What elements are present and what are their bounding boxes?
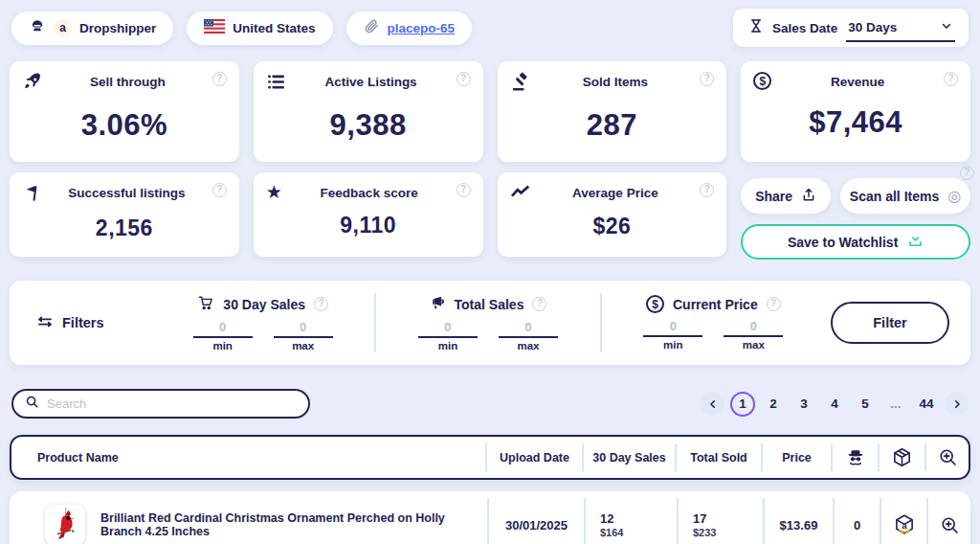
country-label: United States [233, 21, 315, 35]
table-header: Product Name Upload Date 30 Day Sales To… [10, 435, 970, 480]
product-title[interactable]: Brilliant Red Cardinal Christmas Ornamen… [100, 511, 487, 538]
filters-icon [36, 314, 54, 332]
zoom-plus-icon [924, 443, 969, 471]
search-row: 1 2 3 4 5 ... 44 [0, 389, 980, 419]
min-input[interactable] [193, 320, 253, 338]
help-icon[interactable]: ? [700, 183, 714, 197]
sold-amount: $233 [693, 527, 716, 538]
stat-title: Feedback score [282, 183, 457, 200]
max-input[interactable] [724, 319, 783, 337]
spy-icon [831, 443, 878, 471]
stat-card-feedback-score: ★ Feedback score ? 9,110 [254, 172, 483, 257]
stat-title: Average Price [531, 183, 701, 200]
column-header-price: Price [761, 443, 831, 471]
stat-card-average-price: Average Price ? $26 [498, 172, 727, 257]
stat-value: 9,388 [266, 96, 471, 154]
help-icon[interactable]: ? [457, 72, 471, 86]
share-button[interactable]: Share [741, 178, 831, 214]
cell-competitors: 0 [833, 498, 880, 544]
max-input[interactable] [274, 320, 333, 338]
help-icon[interactable]: ? [314, 297, 328, 311]
divider [600, 293, 602, 352]
dropshipper-icon [29, 18, 46, 38]
profile-selector[interactable]: a Dropshipper [11, 11, 173, 45]
seller-link-pill[interactable]: placepo-65 [346, 11, 473, 45]
stat-title: Active Listings [286, 72, 457, 89]
help-icon[interactable]: ? [212, 72, 227, 86]
min-label: min [663, 339, 682, 351]
zoom-product-button[interactable] [926, 498, 970, 544]
search-box [11, 389, 310, 419]
page-button-4[interactable]: 4 [822, 392, 847, 417]
megaphone-icon [430, 295, 446, 314]
filter-button[interactable]: Filter [831, 302, 949, 344]
sales-date-box: Sales Date 30 Days [733, 9, 969, 47]
sold-count: 17 [693, 511, 706, 526]
gavel-icon [510, 72, 531, 97]
country-selector[interactable]: United States [187, 11, 332, 45]
paperclip-icon [364, 18, 380, 37]
amazon-icon: a [54, 19, 72, 37]
min-input[interactable] [643, 319, 702, 337]
help-icon[interactable]: ? [944, 72, 958, 86]
page-button-3[interactable]: 3 [791, 392, 816, 417]
max-label: max [743, 339, 765, 351]
stat-card-successful-listings: Successful listings ? 2,156 [10, 172, 239, 257]
max-input[interactable] [499, 320, 558, 338]
page-button-44[interactable]: 44 [914, 392, 939, 417]
help-icon[interactable]: ? [960, 166, 974, 180]
filters-bar: Filters 30 Day Sales ? min max [10, 281, 970, 365]
page-button-5[interactable]: 5 [853, 392, 878, 417]
list-icon [266, 72, 286, 96]
help-icon[interactable]: ? [767, 297, 781, 311]
max-label: max [292, 340, 314, 351]
sales-date-select[interactable]: 30 Days [846, 13, 955, 42]
prev-page-button[interactable] [701, 392, 724, 416]
stats-row-2: Successful listings ? 2,156 ★ Feedback s… [0, 172, 980, 260]
cell-upload-date: 30/01/2025 [487, 498, 584, 544]
min-label: min [438, 340, 457, 351]
filter-group-current-price: $ Current Price ? min max [613, 295, 813, 351]
pagination: 1 2 3 4 5 ... 44 [701, 392, 969, 417]
help-icon[interactable]: ? [212, 183, 227, 197]
chevron-down-icon [940, 19, 953, 35]
seller-link[interactable]: placepo-65 [388, 21, 456, 35]
sales-date-value: 30 Days [848, 20, 897, 34]
divider [374, 293, 376, 352]
page-button-1[interactable]: 1 [730, 392, 755, 417]
help-icon[interactable]: ? [532, 297, 546, 311]
max-label: max [517, 340, 539, 351]
filters-label: Filters [62, 315, 104, 330]
us-flag-icon [204, 19, 225, 36]
next-page-button[interactable] [945, 392, 969, 416]
rocket-icon [22, 72, 43, 97]
help-icon[interactable]: ? [457, 183, 471, 197]
dollar-circle-icon: $ [753, 72, 771, 90]
scan-all-items-button[interactable]: Scan all Items ◎ [840, 178, 970, 214]
package-icon [878, 443, 924, 471]
stat-value: $7,464 [753, 90, 958, 154]
filters-title: Filters [36, 314, 163, 332]
flag-icon [22, 183, 41, 208]
stat-title: Successful listings [41, 183, 212, 200]
star-icon: ★ [266, 183, 282, 201]
save-to-watchlist-button[interactable]: Save to Watchlist [741, 224, 970, 260]
cell-total-sold: 17 $233 [677, 498, 763, 544]
actions-panel: ? Share Scan all Items ◎ Save to Watchli… [741, 172, 970, 260]
column-header-product-name: Product Name [11, 443, 485, 471]
column-header-30-day-sales: 30 Day Sales [582, 443, 675, 471]
sales-count: 12 [600, 511, 613, 526]
svg-text:a: a [902, 520, 907, 531]
cart-icon [197, 295, 214, 314]
table-row[interactable]: Brilliant Red Cardinal Christmas Ornamen… [10, 491, 970, 544]
stat-card-sold-items: Sold Items ? 287 [498, 61, 727, 162]
help-icon[interactable]: ? [700, 72, 714, 86]
watchlist-button-label: Save to Watchlist [788, 235, 898, 250]
page-button-2[interactable]: 2 [761, 392, 786, 417]
min-input[interactable] [418, 320, 478, 338]
cell-30-day-sales: 12 $164 [584, 498, 677, 544]
search-input[interactable] [47, 397, 297, 411]
amazon-product-button[interactable]: a [880, 498, 926, 544]
column-header-total-sold: Total Sold [675, 443, 761, 471]
search-icon [25, 395, 39, 413]
